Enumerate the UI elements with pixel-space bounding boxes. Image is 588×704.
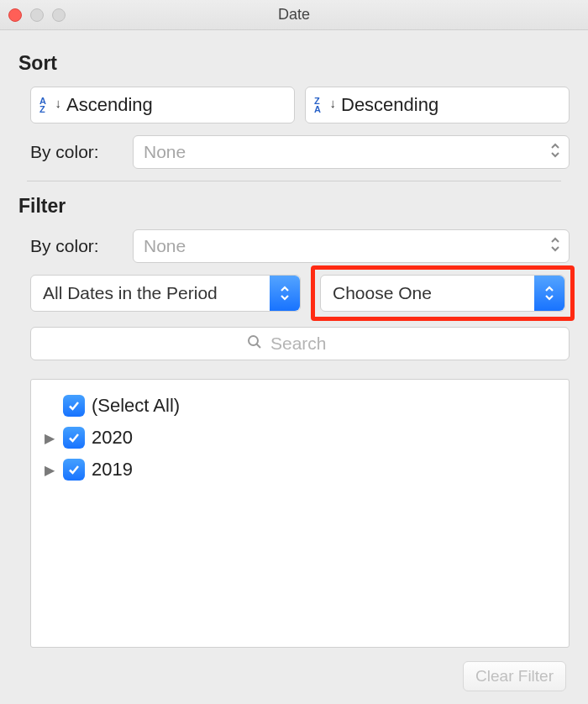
- sort-az-icon: AZ↓: [39, 97, 65, 113]
- choose-one-dropdown[interactable]: Choose One: [320, 275, 565, 312]
- chevron-updown-icon: [534, 276, 564, 311]
- list-item[interactable]: ▶ 2020: [43, 422, 557, 454]
- filter-by-color-label: By color:: [30, 236, 123, 256]
- titlebar: Date: [0, 0, 588, 30]
- search-icon: [247, 334, 262, 354]
- svg-point-0: [249, 336, 258, 345]
- sort-descending-label: Descending: [341, 94, 438, 116]
- sort-ascending-label: Ascending: [66, 94, 153, 116]
- sort-za-icon: ZA↓: [314, 97, 339, 113]
- window-minimize-button[interactable]: [30, 8, 44, 22]
- sort-ascending-button[interactable]: AZ↓ Ascending: [30, 87, 295, 123]
- search-input[interactable]: [269, 333, 353, 355]
- choose-one-value: Choose One: [333, 283, 432, 303]
- divider: [27, 181, 561, 181]
- filter-by-color-select[interactable]: None: [133, 229, 570, 263]
- sort-by-color-select[interactable]: None: [133, 135, 570, 169]
- checkbox[interactable]: [63, 459, 85, 481]
- date-period-dropdown[interactable]: All Dates in the Period: [30, 275, 301, 312]
- date-period-value: All Dates in the Period: [43, 283, 218, 303]
- svg-line-1: [257, 344, 261, 348]
- disclosure-triangle-icon[interactable]: ▶: [43, 462, 56, 478]
- chevron-updown-icon: [550, 236, 562, 256]
- chevron-updown-icon: [550, 142, 562, 162]
- filter-by-color-value: None: [144, 236, 186, 256]
- select-all-label: (Select All): [92, 395, 180, 417]
- list-item-label: 2020: [92, 427, 133, 449]
- clear-filter-label: Clear Filter: [475, 667, 554, 685]
- filter-section-label: Filter: [18, 195, 570, 218]
- filter-values-list[interactable]: (Select All) ▶ 2020 ▶ 2019: [30, 379, 570, 648]
- sort-by-color-value: None: [144, 142, 186, 162]
- search-box[interactable]: [30, 327, 570, 360]
- sort-descending-button[interactable]: ZA↓ Descending: [305, 87, 570, 123]
- window-zoom-button[interactable]: [52, 8, 66, 22]
- checkbox[interactable]: [63, 427, 85, 449]
- list-item-select-all[interactable]: (Select All): [43, 390, 557, 422]
- list-item-label: 2019: [92, 459, 133, 481]
- chevron-updown-icon: [270, 276, 300, 311]
- disclosure-triangle-icon[interactable]: ▶: [43, 430, 56, 446]
- window-title: Date: [0, 6, 588, 24]
- sort-section-label: Sort: [18, 52, 570, 75]
- highlight-annotation: Choose One: [311, 265, 575, 321]
- clear-filter-button: Clear Filter: [463, 661, 566, 691]
- sort-by-color-label: By color:: [30, 142, 123, 162]
- checkbox-select-all[interactable]: [63, 395, 85, 417]
- window-close-button[interactable]: [8, 8, 22, 22]
- list-item[interactable]: ▶ 2019: [43, 454, 557, 486]
